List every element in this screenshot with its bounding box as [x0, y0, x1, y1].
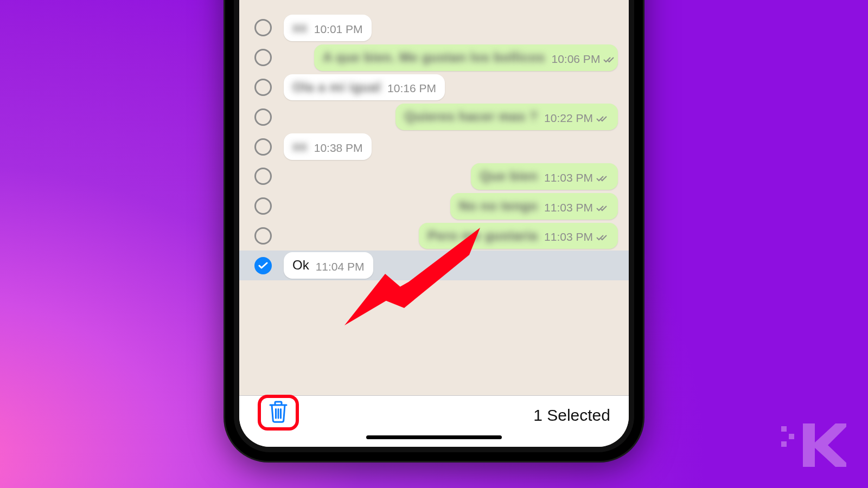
message-time: 11:04 PM	[316, 260, 365, 273]
select-circle[interactable]	[254, 108, 272, 126]
message-bubble-outgoing[interactable]: No no tengo 11:03 PM	[450, 193, 618, 220]
select-circle[interactable]	[254, 138, 272, 156]
message-time: 10:01 PM	[314, 23, 363, 36]
message-row[interactable]: Ola a mi igual 10:16 PM	[239, 73, 629, 102]
trash-icon	[269, 400, 288, 423]
select-circle[interactable]	[254, 49, 272, 66]
message-row[interactable]: xx 10:38 PM	[239, 132, 629, 162]
message-row-selected[interactable]: Ok 11:04 PM	[239, 251, 629, 280]
message-bubble-outgoing[interactable]: Quieres hacer mas ? 10:22 PM	[395, 104, 618, 130]
message-time: 10:38 PM	[314, 142, 363, 155]
message-bubble-incoming[interactable]: xx 10:38 PM	[284, 133, 372, 160]
select-circle[interactable]	[254, 168, 272, 185]
message-time: 11:03 PM	[544, 230, 593, 243]
message-bubble-outgoing[interactable]: A que bien. Me gustan los bollicos 10:06…	[314, 44, 618, 71]
message-time: 10:22 PM	[544, 112, 593, 125]
message-bubble-incoming[interactable]: Ok 11:04 PM	[284, 252, 373, 279]
message-text: Pero me gustaria	[427, 228, 538, 244]
phone-frame: xx 10:01 PM A que bien. Me gustan los bo…	[225, 0, 643, 461]
stage: xx 10:01 PM A que bien. Me gustan los bo…	[0, 0, 868, 488]
message-row[interactable]: A que bien. Me gustan los bollicos 10:06…	[239, 43, 629, 73]
message-time: 10:06 PM	[551, 53, 600, 66]
message-text: No no tengo	[459, 198, 538, 214]
delete-button[interactable]	[269, 400, 288, 425]
check-icon	[258, 262, 268, 269]
delete-button-highlight	[258, 395, 299, 431]
home-indicator[interactable]	[366, 435, 502, 439]
selected-count: 1 Selected	[533, 406, 610, 425]
read-receipt-icon	[596, 112, 609, 126]
message-bubble-incoming[interactable]: xx 10:01 PM	[284, 15, 372, 41]
selection-toolbar: 1 Selected	[239, 395, 629, 447]
svg-rect-4	[781, 441, 787, 447]
svg-rect-2	[781, 426, 787, 432]
select-circle[interactable]	[254, 227, 272, 245]
chat-thread[interactable]: xx 10:01 PM A que bien. Me gustan los bo…	[239, 0, 629, 395]
read-receipt-icon	[596, 201, 609, 215]
message-text: Que bien	[480, 169, 538, 184]
select-circle[interactable]	[254, 79, 272, 96]
svg-rect-3	[789, 434, 794, 439]
message-time: 10:16 PM	[387, 82, 436, 95]
read-receipt-icon	[596, 230, 609, 245]
message-text: A que bien. Me gustan los bollicos	[323, 50, 545, 66]
phone-bezel: xx 10:01 PM A que bien. Me gustan los bo…	[234, 0, 634, 452]
message-text: Quieres hacer mas ?	[404, 109, 538, 125]
message-bubble-outgoing[interactable]: Pero me gustaria 11:03 PM	[419, 223, 618, 249]
message-text: xx	[292, 20, 308, 36]
message-row[interactable]: Pero me gustaria 11:03 PM	[239, 221, 629, 251]
site-logo	[781, 421, 846, 472]
message-row[interactable]: xx 10:01 PM	[239, 13, 629, 43]
read-receipt-icon	[603, 53, 616, 67]
message-row[interactable]: No no tengo 11:03 PM	[239, 191, 629, 221]
select-circle[interactable]	[254, 197, 272, 215]
read-receipt-icon	[596, 171, 609, 185]
message-bubble-outgoing[interactable]: Que bien 11:03 PM	[471, 163, 618, 190]
select-circle[interactable]	[254, 19, 272, 36]
message-text: Ok	[292, 258, 309, 273]
phone-screen: xx 10:01 PM A que bien. Me gustan los bo…	[239, 0, 629, 447]
message-row[interactable]: Quieres hacer mas ? 10:22 PM	[239, 102, 629, 132]
message-bubble-incoming[interactable]: Ola a mi igual 10:16 PM	[284, 74, 445, 101]
message-text: xx	[292, 139, 308, 155]
message-row[interactable]: Que bien 11:03 PM	[239, 162, 629, 191]
message-text: Ola a mi igual	[292, 80, 381, 95]
select-circle-checked[interactable]	[254, 257, 272, 274]
message-time: 11:03 PM	[544, 171, 593, 184]
message-time: 11:03 PM	[544, 201, 593, 214]
